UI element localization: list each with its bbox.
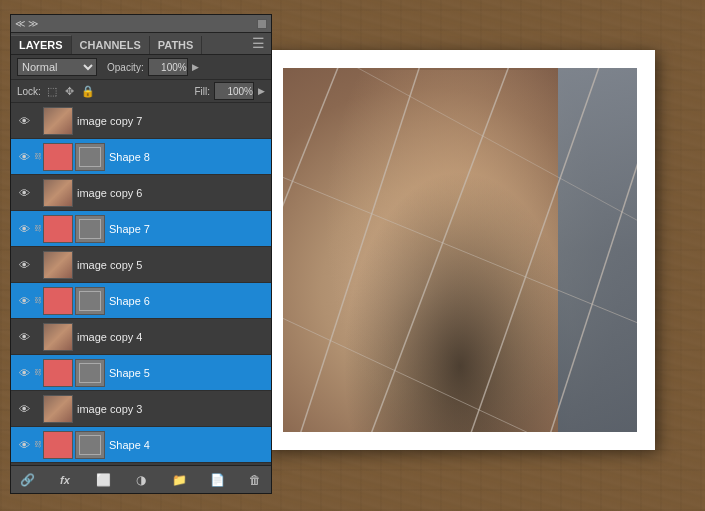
layer-thumb-mask bbox=[75, 431, 105, 459]
layer-visibility-icon[interactable]: 👁 bbox=[15, 256, 33, 274]
layer-name-label: image copy 3 bbox=[73, 403, 267, 415]
layer-thumb-primary bbox=[43, 215, 73, 243]
layer-thumb-container bbox=[43, 359, 105, 387]
layer-thumb-primary bbox=[43, 395, 73, 423]
layer-thumb-container bbox=[43, 143, 105, 171]
fx-icon[interactable]: fx bbox=[55, 470, 75, 490]
panel-titlebar: ≪ ≫ bbox=[11, 15, 271, 33]
svg-line-1 bbox=[295, 50, 425, 450]
layers-list: 👁image copy 7👁⛓Shape 8👁image copy 6👁⛓Sha… bbox=[11, 103, 271, 465]
layer-name-label: image copy 5 bbox=[73, 259, 267, 271]
layer-visibility-icon[interactable]: 👁 bbox=[15, 364, 33, 382]
svg-line-2 bbox=[365, 50, 515, 450]
layer-thumb-primary bbox=[43, 287, 73, 315]
layer-thumb-primary bbox=[43, 359, 73, 387]
layer-row[interactable]: 👁⛓Shape 5 bbox=[11, 355, 271, 391]
layer-thumb-mask bbox=[75, 143, 105, 171]
opacity-input[interactable] bbox=[148, 58, 188, 76]
layer-name-label: image copy 4 bbox=[73, 331, 267, 343]
delete-layer-icon[interactable]: 🗑 bbox=[245, 470, 265, 490]
layer-row[interactable]: 👁image copy 7 bbox=[11, 103, 271, 139]
svg-line-0 bbox=[265, 50, 345, 250]
opacity-label: Opacity: bbox=[107, 62, 144, 73]
layer-row[interactable]: 👁⛓Shape 7 bbox=[11, 211, 271, 247]
layer-thumb-container bbox=[43, 107, 73, 135]
layer-thumb-primary bbox=[43, 323, 73, 351]
layer-name-label: Shape 4 bbox=[105, 439, 267, 451]
photo-inner bbox=[265, 50, 655, 450]
layer-link-icon: ⛓ bbox=[33, 296, 43, 305]
layer-thumb-mask bbox=[75, 215, 105, 243]
layer-thumb-container bbox=[43, 215, 105, 243]
layer-visibility-icon[interactable]: 👁 bbox=[15, 292, 33, 310]
layer-thumb-container bbox=[43, 251, 73, 279]
layer-thumb-mask bbox=[75, 359, 105, 387]
layer-name-label: image copy 7 bbox=[73, 115, 267, 127]
layer-row[interactable]: 👁⛓Shape 8 bbox=[11, 139, 271, 175]
panel-bottom-toolbar: 🔗 fx ⬜ ◑ 📁 📄 🗑 bbox=[11, 465, 271, 493]
adjustment-icon[interactable]: ◑ bbox=[131, 470, 151, 490]
panel-close-button[interactable] bbox=[257, 19, 267, 29]
layer-thumb-primary bbox=[43, 251, 73, 279]
layers-panel: ≪ ≫ LAYERS CHANNELS PATHS ☰ Normal Multi… bbox=[10, 14, 272, 494]
layer-name-label: Shape 8 bbox=[105, 151, 267, 163]
layer-thumb-container bbox=[43, 395, 73, 423]
layer-visibility-icon[interactable]: 👁 bbox=[15, 112, 33, 130]
group-icon[interactable]: 📁 bbox=[169, 470, 189, 490]
tab-layers[interactable]: LAYERS bbox=[11, 35, 72, 54]
layer-row[interactable]: 👁⛓Shape 4 bbox=[11, 427, 271, 463]
new-layer-icon[interactable]: 📄 bbox=[207, 470, 227, 490]
opacity-arrow-icon: ▶ bbox=[192, 62, 199, 72]
rope-lines-overlay bbox=[265, 50, 655, 450]
svg-line-4 bbox=[545, 110, 655, 450]
add-mask-icon[interactable]: ⬜ bbox=[93, 470, 113, 490]
tab-channels[interactable]: CHANNELS bbox=[72, 36, 150, 54]
svg-line-3 bbox=[465, 50, 605, 450]
fill-input[interactable] bbox=[214, 82, 254, 100]
layer-thumb-primary bbox=[43, 143, 73, 171]
layer-visibility-icon[interactable]: 👁 bbox=[15, 220, 33, 238]
layer-thumb-primary bbox=[43, 431, 73, 459]
layer-row[interactable]: 👁image copy 2 bbox=[11, 463, 271, 465]
svg-line-5 bbox=[265, 170, 655, 330]
layer-visibility-icon[interactable]: 👁 bbox=[15, 328, 33, 346]
fill-label: Fill: bbox=[194, 86, 210, 97]
svg-line-6 bbox=[265, 310, 565, 450]
fill-arrow-icon: ▶ bbox=[258, 86, 265, 96]
layer-thumb-primary bbox=[43, 179, 73, 207]
layer-row[interactable]: 👁image copy 6 bbox=[11, 175, 271, 211]
layer-visibility-icon[interactable]: 👁 bbox=[15, 148, 33, 166]
lock-pixels-icon[interactable]: ⬚ bbox=[45, 84, 59, 98]
layer-thumb-mask bbox=[75, 287, 105, 315]
layer-visibility-icon[interactable]: 👁 bbox=[15, 436, 33, 454]
link-layers-icon[interactable]: 🔗 bbox=[17, 470, 37, 490]
layer-thumb-container bbox=[43, 323, 73, 351]
layer-link-icon: ⛓ bbox=[33, 224, 43, 233]
layer-thumb-container bbox=[43, 431, 105, 459]
panel-collapse-arrows[interactable]: ≪ ≫ bbox=[15, 18, 38, 29]
layer-row[interactable]: 👁image copy 3 bbox=[11, 391, 271, 427]
lock-all-icon[interactable]: 🔒 bbox=[81, 84, 95, 98]
layer-name-label: Shape 6 bbox=[105, 295, 267, 307]
layer-name-label: Shape 7 bbox=[105, 223, 267, 235]
tab-paths[interactable]: PATHS bbox=[150, 36, 203, 54]
layer-visibility-icon[interactable]: 👁 bbox=[15, 184, 33, 202]
lock-row: Lock: ⬚ ✥ 🔒 Fill: ▶ bbox=[11, 80, 271, 103]
layer-link-icon: ⛓ bbox=[33, 152, 43, 161]
layer-name-label: image copy 6 bbox=[73, 187, 267, 199]
panel-tabs: LAYERS CHANNELS PATHS ☰ bbox=[11, 33, 271, 55]
lock-position-icon[interactable]: ✥ bbox=[63, 84, 77, 98]
layer-row[interactable]: 👁image copy 4 bbox=[11, 319, 271, 355]
layer-visibility-icon[interactable]: 👁 bbox=[15, 400, 33, 418]
layer-row[interactable]: 👁⛓Shape 6 bbox=[11, 283, 271, 319]
panel-menu-button[interactable]: ☰ bbox=[246, 32, 271, 54]
photo-canvas bbox=[265, 50, 655, 450]
layer-row[interactable]: 👁image copy 5 bbox=[11, 247, 271, 283]
layer-thumb-primary bbox=[43, 107, 73, 135]
layer-thumb-container bbox=[43, 179, 73, 207]
layer-thumb-container bbox=[43, 287, 105, 315]
layer-link-icon: ⛓ bbox=[33, 440, 43, 449]
blend-mode-select[interactable]: Normal Multiply Screen bbox=[17, 58, 97, 76]
layer-link-icon: ⛓ bbox=[33, 368, 43, 377]
layer-name-label: Shape 5 bbox=[105, 367, 267, 379]
